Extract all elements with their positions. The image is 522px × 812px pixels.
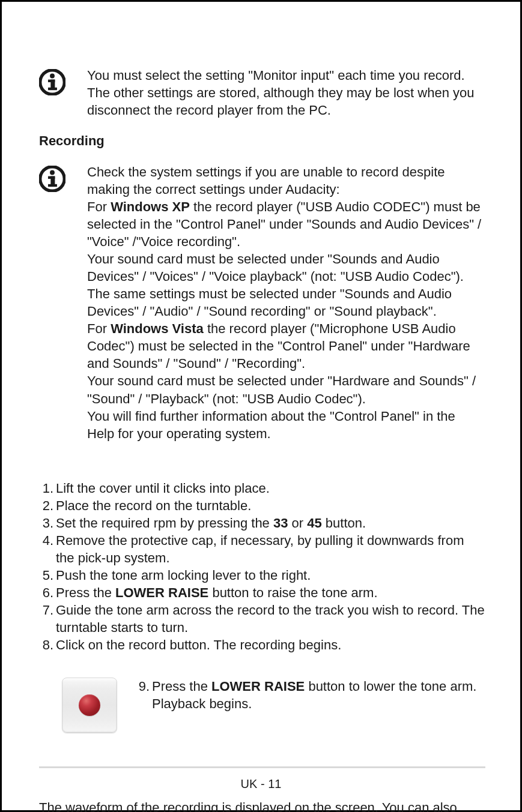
waveform-note: The waveform of the recording is display… [39,799,485,812]
step-number: 1. [39,480,53,497]
step-2: 2. Place the record on the turntable. [39,497,485,514]
svg-rect-9 [48,184,57,187]
text: For [87,199,111,214]
step-text: Lift the cover until it clicks into plac… [56,480,485,497]
step-number: 9. [135,678,150,712]
note2-intro: Check the system settings if you are una… [87,163,485,198]
note2-vista2: Your sound card must be selected under "… [87,372,485,407]
step-text: Press the LOWER RAISE button to raise th… [56,584,485,601]
step-4: 4. Remove the protective cap, if necessa… [39,532,485,567]
step-number: 6. [39,584,53,601]
step-number: 8. [39,636,53,654]
note2-xp: For Windows XP the record player ("USB A… [87,198,485,250]
footer-rule [39,766,485,768]
text: Press the [56,585,115,600]
step-1: 1. Lift the cover until it clicks into p… [39,480,485,497]
note2-xp3: The same settings must be selected under… [87,285,485,320]
step-number: 5. [39,567,53,584]
bold-text: 45 [307,516,321,531]
text: Press the [152,679,211,694]
bold-text: LOWER RAISE [115,585,208,600]
bold-text: Windows XP [111,199,190,214]
step-text: Place the record on the turntable. [56,497,485,514]
page-footer: UK - 11 [2,777,520,791]
document-page: You must select the setting "Monitor inp… [0,0,522,812]
step-text: Click on the record button. The recordin… [56,636,485,654]
step-text: Push the tone arm locking lever to the r… [56,567,485,584]
bold-text: LOWER RAISE [211,679,305,694]
step-text: Press the LOWER RAISE button to lower th… [152,678,485,712]
record-button-image [62,678,117,733]
note2-help: You will find further information about … [87,408,485,442]
step-9: 9. Press the LOWER RAISE button to lower… [135,678,485,712]
page-content: You must select the setting "Monitor inp… [39,67,485,812]
step-number: 7. [39,601,53,619]
step-number: 4. [39,532,53,549]
page-number: UK - 11 [241,777,282,790]
svg-point-1 [50,73,55,78]
text: or [288,516,307,531]
record-button-row: 9. Press the LOWER RAISE button to lower… [39,678,485,733]
step-7: 7. Guide the tone arm across the record … [39,601,485,636]
info-icon [39,69,65,95]
step-6: 6. Press the LOWER RAISE button to raise… [39,584,485,601]
info-note-1: You must select the setting "Monitor inp… [39,67,485,119]
step-8: 8. Click on the record button. The recor… [39,636,485,654]
text: button to raise the tone arm. [208,585,377,600]
step-3: 3. Set the required rpm by pressing the … [39,514,485,532]
step-text: Remove the protective cap, if necessary,… [56,532,485,567]
section-heading: Recording [39,133,485,149]
info-note-2: Check the system settings if you are una… [39,163,485,442]
info-note-2-text: Check the system settings if you are una… [87,163,485,442]
note2-xp2: Your sound card must be selected under "… [87,250,485,285]
svg-rect-4 [48,88,57,90]
text: Set the required rpm by pressing the [56,516,273,531]
bold-text: 33 [273,516,288,531]
step-text: Set the required rpm by pressing the 33 … [56,514,485,532]
step-list: 1. Lift the cover until it clicks into p… [39,480,485,654]
bold-text: Windows Vista [111,321,204,336]
text: For [87,321,111,336]
info-note-1-text: You must select the setting "Monitor inp… [87,67,485,119]
text: button. [322,516,366,531]
step-5: 5. Push the tone arm locking lever to th… [39,567,485,584]
record-dot-icon [79,694,100,716]
step-text: Guide the tone arm across the record to … [56,601,485,636]
note2-vista: For Windows Vista the record player ("Mi… [87,320,485,372]
svg-point-6 [50,170,55,175]
step-number: 2. [39,497,53,514]
step-number: 3. [39,514,53,532]
info-icon [39,166,65,192]
